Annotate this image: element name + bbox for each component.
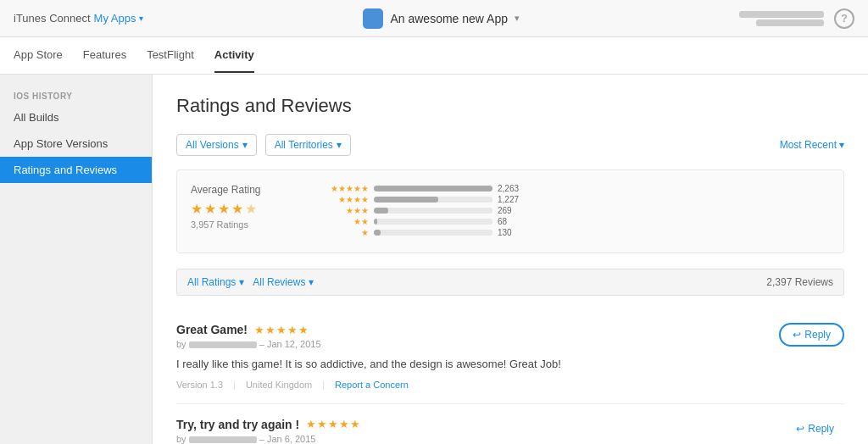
star-4: ★ — [231, 201, 243, 217]
bar-count-2: 1,227 — [498, 195, 523, 204]
bar-fill-4 — [374, 219, 377, 225]
user-role-blur — [756, 19, 824, 26]
review-star-1-5: ★ — [298, 324, 309, 336]
bar-fill-5 — [374, 230, 381, 236]
sub-nav: App Store Features TestFlight Activity — [0, 37, 868, 75]
ratings-filter-chevron-icon: ▾ — [239, 276, 244, 288]
tab-activity[interactable]: Activity — [214, 38, 254, 73]
bar-count-1: 2,263 — [498, 184, 523, 193]
tab-features[interactable]: Features — [83, 38, 126, 73]
bar-count-3: 269 — [498, 206, 523, 215]
review-star-2-4: ★ — [339, 418, 349, 430]
filter-territories-btn[interactable]: All Territories ▾ — [265, 134, 351, 156]
bar-fill-1 — [374, 186, 492, 191]
page-title: Ratings and Reviews — [176, 95, 844, 117]
reviewer-blur-1 — [189, 341, 257, 348]
app-icon — [363, 8, 383, 29]
review-title-row-2: Try, try and try again !★★★★★ — [176, 418, 484, 431]
review-title-2: Try, try and try again ! — [176, 418, 299, 431]
bar-fill-2 — [374, 197, 438, 203]
reviews-list: Great Game!★★★★★by – Jan 12, 2015I reall… — [176, 309, 844, 444]
bar-stars-5: ★ — [326, 228, 369, 237]
avg-label: Average Rating — [191, 184, 309, 196]
star-1: ★ — [191, 201, 203, 217]
bar-row-2: ★★★★1,227 — [326, 195, 830, 204]
bar-count-4: 68 — [498, 217, 523, 226]
avg-stars: ★ ★ ★ ★ ★ — [191, 201, 309, 217]
bar-stars-4: ★★ — [326, 217, 369, 226]
review-item-2: Try, try and try again !★★★★★by – Jan 6,… — [176, 404, 844, 445]
filter-versions-btn[interactable]: All Versions ▾ — [176, 134, 257, 156]
reviews-filter-left: All Ratings ▾ All Reviews ▾ — [187, 276, 314, 288]
sort-chevron-icon: ▾ — [839, 139, 844, 151]
user-info — [739, 11, 824, 26]
versions-chevron-icon: ▾ — [242, 139, 248, 151]
review-left-2: Try, try and try again !★★★★★by – Jan 6,… — [176, 418, 484, 445]
star-5-half: ★ — [245, 201, 257, 217]
bar-row-1: ★★★★★2,263 — [326, 184, 830, 193]
tab-appstore[interactable]: App Store — [14, 38, 63, 73]
review-footer-1: Version 1.3|United Kingdom|Report a Conc… — [176, 380, 561, 390]
rating-summary-inner: Average Rating ★ ★ ★ ★ ★ 3,957 Ratings ★… — [191, 184, 830, 239]
report-concern-link-1[interactable]: Report a Concern — [335, 380, 409, 390]
rating-left: Average Rating ★ ★ ★ ★ ★ 3,957 Ratings — [191, 184, 309, 230]
filter-all-reviews-btn[interactable]: All Reviews ▾ — [253, 276, 314, 288]
user-name-blur — [739, 11, 824, 18]
sidebar-section-label: iOS History — [0, 85, 152, 104]
brand-itunes: iTunes Connect — [14, 12, 91, 25]
reviewer-blur-2 — [189, 436, 257, 443]
review-star-1-3: ★ — [276, 324, 287, 336]
review-star-1-4: ★ — [287, 324, 298, 336]
app-title-area: An awesome new App ▾ — [363, 8, 520, 29]
myapps-chevron-icon[interactable]: ▾ — [139, 14, 143, 23]
sort-most-recent[interactable]: Most Recent ▾ — [780, 139, 844, 151]
review-meta-1: by – Jan 12, 2015 — [176, 339, 561, 349]
brand: iTunes Connect My Apps ▾ — [14, 12, 143, 25]
review-header-1: Great Game!★★★★★by – Jan 12, 2015I reall… — [176, 323, 844, 390]
bar-count-5: 130 — [498, 228, 523, 237]
review-header-2: Try, try and try again !★★★★★by – Jan 6,… — [176, 418, 844, 445]
content-area: Ratings and Reviews All Versions ▾ All T… — [153, 75, 868, 444]
bar-stars-3: ★★★ — [326, 206, 369, 215]
nav-right: ? — [739, 8, 854, 29]
filters-row: All Versions ▾ All Territories ▾ Most Re… — [176, 134, 844, 156]
star-2: ★ — [204, 201, 216, 217]
bar-track-5 — [374, 230, 492, 236]
territories-chevron-icon: ▾ — [337, 139, 342, 151]
tab-testflight[interactable]: TestFlight — [147, 38, 194, 73]
review-body-1: I really like this game! It is so addict… — [176, 356, 561, 373]
review-star-1-2: ★ — [265, 324, 275, 336]
filter-all-ratings-btn[interactable]: All Ratings ▾ — [187, 276, 244, 288]
app-title: An awesome new App — [390, 12, 508, 25]
reply-btn-2[interactable]: ↩ Reply — [786, 418, 844, 440]
sidebar-item-ratings-reviews[interactable]: Ratings and Reviews — [0, 157, 152, 183]
ratings-count: 3,957 Ratings — [191, 219, 309, 230]
bar-chart: ★★★★★2,263★★★★1,227★★★269★★68★130 — [326, 184, 830, 239]
help-button[interactable]: ? — [834, 8, 854, 29]
bar-stars-1: ★★★★★ — [326, 184, 369, 193]
rating-summary: Average Rating ★ ★ ★ ★ ★ 3,957 Ratings ★… — [176, 169, 844, 253]
review-star-2-5: ★ — [350, 418, 360, 430]
reply-arrow-icon-2: ↩ — [796, 423, 804, 435]
sidebar-item-all-builds[interactable]: All Builds — [0, 104, 152, 130]
reply-btn-1[interactable]: ↩ Reply — [779, 323, 844, 347]
app-title-chevron-icon[interactable]: ▾ — [515, 13, 520, 24]
review-territory-1: United Kingdom — [246, 380, 312, 390]
main-layout: iOS History All Builds App Store Version… — [0, 75, 868, 444]
review-stars-1: ★★★★★ — [254, 324, 309, 336]
reviews-filter-bar: All Ratings ▾ All Reviews ▾ 2,397 Review… — [176, 269, 844, 296]
review-title-row-1: Great Game!★★★★★ — [176, 323, 561, 336]
review-left-1: Great Game!★★★★★by – Jan 12, 2015I reall… — [176, 323, 561, 390]
bar-row-3: ★★★269 — [326, 206, 830, 215]
review-sep1-1: | — [233, 380, 236, 390]
reviews-filter-chevron-icon: ▾ — [309, 276, 314, 288]
brand-myapps[interactable]: My Apps — [94, 12, 136, 25]
review-star-2-3: ★ — [328, 418, 338, 430]
bar-fill-3 — [374, 208, 388, 214]
top-nav: iTunes Connect My Apps ▾ An awesome new … — [0, 0, 868, 37]
review-stars-2: ★★★★★ — [306, 418, 360, 430]
sidebar-item-app-store-versions[interactable]: App Store Versions — [0, 130, 152, 157]
review-sep2-1: | — [322, 380, 325, 390]
review-star-1-1: ★ — [254, 324, 264, 336]
reviews-count: 2,397 Reviews — [766, 276, 833, 288]
